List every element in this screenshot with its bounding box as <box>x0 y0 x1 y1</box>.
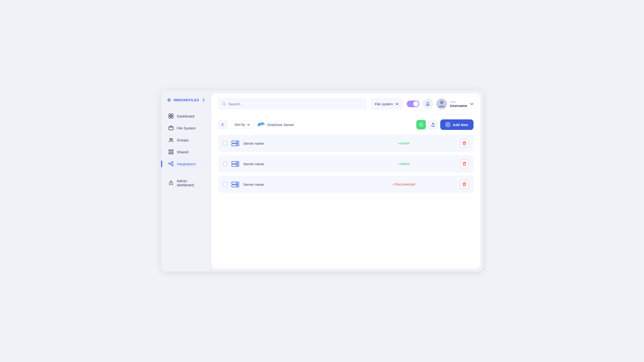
user-name-text: Username <box>450 104 467 108</box>
svg-point-31 <box>236 165 237 166</box>
search-input[interactable] <box>228 102 363 106</box>
user-area[interactable]: Hello Username <box>436 99 474 109</box>
sidebar-item-dashboard[interactable]: Dashboard <box>165 111 207 122</box>
delete-button-1[interactable] <box>460 139 469 148</box>
trash-icon-1 <box>462 141 466 145</box>
sidebar-item-file-system-label: File System <box>177 126 196 130</box>
add-new-button[interactable]: Add New <box>440 119 473 130</box>
notification-badge <box>430 100 432 102</box>
add-new-icon <box>446 122 450 127</box>
svg-rect-39 <box>463 183 466 186</box>
svg-point-21 <box>237 142 238 143</box>
svg-rect-14 <box>172 165 173 166</box>
server-status-2: • Active <box>352 162 456 166</box>
svg-point-36 <box>237 185 238 186</box>
svg-point-35 <box>237 183 238 184</box>
user-hello-text: Hello <box>450 100 467 104</box>
back-arrow-icon <box>221 123 224 126</box>
sidebar-nav: Dashboard File System Groups <box>165 111 207 266</box>
svg-rect-9 <box>172 150 173 151</box>
svg-rect-4 <box>171 116 173 118</box>
delete-button-2[interactable] <box>460 160 469 168</box>
sort-by-button[interactable]: Sort by <box>230 121 254 129</box>
upload-button[interactable] <box>428 120 438 129</box>
avatar <box>436 99 447 109</box>
bell-icon <box>426 101 430 106</box>
notification-button[interactable] <box>422 99 433 109</box>
chevron-down-icon <box>395 102 399 106</box>
svg-rect-5 <box>169 127 173 130</box>
svg-rect-10 <box>169 153 170 154</box>
toggle-knob <box>413 101 418 107</box>
svg-rect-8 <box>169 150 170 151</box>
refresh-icon <box>419 123 423 127</box>
server-status-3: • Disconnected <box>352 182 456 186</box>
sidebar: IMMUNEFILES Dashboard <box>161 90 212 272</box>
file-system-icon <box>168 125 174 131</box>
svg-rect-32 <box>463 163 466 166</box>
upload-icon <box>431 123 435 127</box>
svg-rect-1 <box>169 114 171 116</box>
server-name-3: Server name <box>244 182 348 186</box>
sidebar-item-groups[interactable]: Groups <box>165 134 207 145</box>
search-icon <box>222 102 226 106</box>
svg-rect-3 <box>169 116 171 118</box>
main-content: File system <box>212 93 480 269</box>
collapse-button[interactable] <box>202 97 206 103</box>
svg-point-17 <box>440 101 443 104</box>
sidebar-item-shared-label: Shared <box>177 150 188 154</box>
svg-point-24 <box>236 145 237 145</box>
logo-icon <box>167 96 171 104</box>
search-container[interactable] <box>218 98 367 110</box>
svg-point-38 <box>236 185 237 186</box>
delete-button-3[interactable] <box>460 180 469 189</box>
svg-point-7 <box>171 139 173 140</box>
file-system-button[interactable]: File system <box>370 98 403 110</box>
svg-rect-11 <box>172 153 173 154</box>
table-row: Server name • Active <box>218 155 474 173</box>
server-status-1: • Active <box>352 141 456 145</box>
server-list: Server name • Active <box>212 135 480 193</box>
server-icon-1 <box>231 139 240 148</box>
toolbar-actions: Add New <box>416 119 473 130</box>
svg-point-30 <box>236 162 237 163</box>
shared-icon <box>168 149 174 155</box>
logo-text: IMMUNEFILES <box>174 98 199 102</box>
sidebar-item-integrations-label: Integrations <box>177 162 196 166</box>
header-actions: Hello Username <box>407 99 474 109</box>
groups-icon <box>168 137 174 143</box>
table-row: Server name • Disconnected <box>218 176 474 193</box>
toolbar: Sort by OneDrive Server <box>212 115 480 135</box>
server-checkbox-2[interactable] <box>223 162 227 166</box>
sidebar-item-admin-dashboard-label: Admin dashboard <box>177 179 204 187</box>
header: File system <box>212 93 480 115</box>
toggle-button[interactable] <box>407 101 419 107</box>
onedrive-icon <box>257 121 265 128</box>
avatar-image <box>438 100 446 108</box>
table-row: Server name • Active <box>218 135 474 152</box>
sort-chevron-icon <box>247 123 250 126</box>
svg-point-6 <box>170 139 171 140</box>
dashboard-icon <box>168 113 174 119</box>
breadcrumb-label: OneDrive Server <box>267 123 294 127</box>
sidebar-item-admin-dashboard[interactable]: Admin dashboard <box>165 176 207 190</box>
server-checkbox-1[interactable] <box>223 141 227 145</box>
admin-dashboard-icon <box>168 180 174 185</box>
svg-point-28 <box>237 162 238 163</box>
svg-rect-2 <box>171 114 173 116</box>
sidebar-item-file-system[interactable]: File System <box>165 123 207 134</box>
server-checkbox-3[interactable] <box>223 182 227 186</box>
back-button[interactable] <box>218 120 227 129</box>
logo[interactable]: IMMUNEFILES <box>165 96 207 104</box>
server-icon-2 <box>231 160 240 168</box>
svg-point-23 <box>236 142 237 143</box>
svg-rect-12 <box>169 163 170 164</box>
sidebar-item-shared[interactable]: Shared <box>165 146 207 157</box>
refresh-button[interactable] <box>416 120 426 129</box>
sidebar-item-dashboard-label: Dashboard <box>177 114 194 118</box>
sidebar-item-groups-label: Groups <box>177 138 189 142</box>
trash-icon-3 <box>462 182 466 186</box>
integrations-icon <box>168 161 174 167</box>
svg-rect-13 <box>172 162 173 163</box>
sidebar-item-integrations[interactable]: Integrations <box>165 158 207 169</box>
